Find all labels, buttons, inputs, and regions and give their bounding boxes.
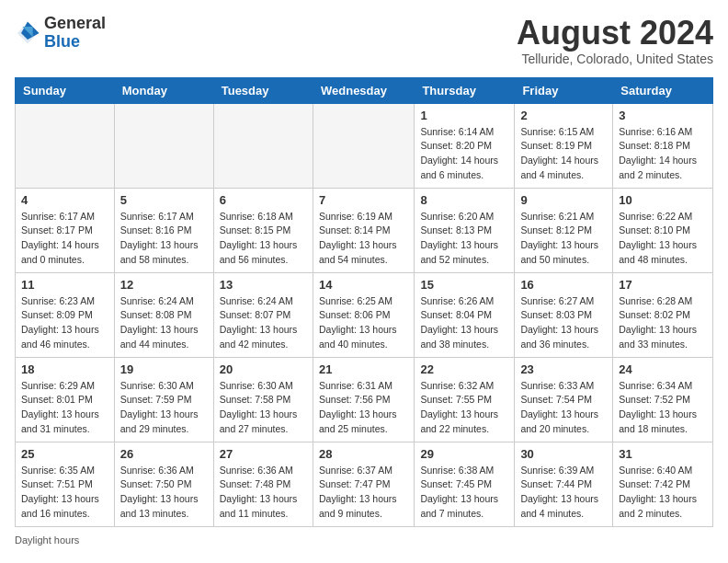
day-cell: 25Sunrise: 6:35 AMSunset: 7:51 PMDayligh…	[16, 442, 115, 526]
day-number: 1	[420, 109, 508, 122]
day-number: 5	[120, 193, 208, 207]
column-header-thursday: Thursday	[415, 77, 515, 103]
day-info: Sunrise: 6:14 AMSunset: 8:20 PMDaylight:…	[420, 125, 508, 183]
day-cell: 1Sunrise: 6:14 AMSunset: 8:20 PMDaylight…	[415, 103, 515, 188]
day-number: 7	[319, 193, 408, 207]
month-year: August 2024	[517, 15, 713, 52]
day-number: 21	[319, 362, 408, 376]
day-cell: 6Sunrise: 6:18 AMSunset: 8:15 PMDaylight…	[213, 188, 313, 272]
day-info: Sunrise: 6:17 AMSunset: 8:17 PMDaylight:…	[21, 210, 108, 268]
day-number: 31	[619, 447, 707, 461]
column-header-wednesday: Wednesday	[313, 77, 414, 103]
day-cell: 2Sunrise: 6:15 AMSunset: 8:19 PMDaylight…	[515, 103, 613, 188]
day-number: 27	[220, 447, 307, 461]
column-header-tuesday: Tuesday	[213, 77, 313, 103]
day-number: 28	[319, 447, 408, 461]
day-cell: 15Sunrise: 6:26 AMSunset: 8:04 PMDayligh…	[415, 272, 515, 357]
column-header-friday: Friday	[515, 77, 613, 103]
calendar-table: SundayMondayTuesdayWednesdayThursdayFrid…	[15, 77, 713, 527]
day-cell: 17Sunrise: 6:28 AMSunset: 8:02 PMDayligh…	[613, 272, 713, 357]
day-cell: 8Sunrise: 6:20 AMSunset: 8:13 PMDaylight…	[415, 188, 515, 272]
page-header: General Blue August 2024 Telluride, Colo…	[15, 15, 713, 66]
day-info: Sunrise: 6:28 AMSunset: 8:02 PMDaylight:…	[619, 294, 707, 352]
day-cell: 29Sunrise: 6:38 AMSunset: 7:45 PMDayligh…	[415, 442, 515, 526]
day-number: 13	[220, 278, 307, 292]
day-cell: 23Sunrise: 6:33 AMSunset: 7:54 PMDayligh…	[515, 357, 613, 442]
logo: General Blue	[15, 15, 106, 52]
day-cell: 16Sunrise: 6:27 AMSunset: 8:03 PMDayligh…	[515, 272, 613, 357]
day-info: Sunrise: 6:30 AMSunset: 7:59 PMDaylight:…	[120, 379, 208, 437]
day-info: Sunrise: 6:38 AMSunset: 7:45 PMDaylight:…	[420, 464, 508, 522]
day-info: Sunrise: 6:22 AMSunset: 8:10 PMDaylight:…	[619, 210, 707, 268]
day-number: 2	[520, 109, 607, 122]
calendar-header: SundayMondayTuesdayWednesdayThursdayFrid…	[16, 77, 713, 103]
day-info: Sunrise: 6:40 AMSunset: 7:42 PMDaylight:…	[619, 464, 707, 522]
footer-note: Daylight hours	[15, 534, 713, 546]
logo-icon	[15, 20, 40, 46]
day-cell: 24Sunrise: 6:34 AMSunset: 7:52 PMDayligh…	[613, 357, 713, 442]
day-cell: 9Sunrise: 6:21 AMSunset: 8:12 PMDaylight…	[515, 188, 613, 272]
day-cell: 21Sunrise: 6:31 AMSunset: 7:56 PMDayligh…	[313, 357, 414, 442]
calendar-body: 1Sunrise: 6:14 AMSunset: 8:20 PMDaylight…	[16, 103, 713, 526]
day-info: Sunrise: 6:35 AMSunset: 7:51 PMDaylight:…	[21, 464, 108, 522]
day-cell: 5Sunrise: 6:17 AMSunset: 8:16 PMDaylight…	[114, 188, 213, 272]
day-number: 14	[319, 278, 408, 292]
day-number: 29	[420, 447, 508, 461]
day-info: Sunrise: 6:24 AMSunset: 8:07 PMDaylight:…	[220, 294, 307, 352]
day-number: 15	[420, 278, 508, 292]
day-cell: 18Sunrise: 6:29 AMSunset: 8:01 PMDayligh…	[16, 357, 115, 442]
day-cell	[213, 103, 313, 188]
day-number: 12	[120, 278, 208, 292]
day-cell: 30Sunrise: 6:39 AMSunset: 7:44 PMDayligh…	[515, 442, 613, 526]
day-cell: 22Sunrise: 6:32 AMSunset: 7:55 PMDayligh…	[415, 357, 515, 442]
day-info: Sunrise: 6:25 AMSunset: 8:06 PMDaylight:…	[319, 294, 408, 352]
column-header-saturday: Saturday	[613, 77, 713, 103]
day-info: Sunrise: 6:23 AMSunset: 8:09 PMDaylight:…	[21, 294, 108, 352]
day-info: Sunrise: 6:33 AMSunset: 7:54 PMDaylight:…	[520, 379, 607, 437]
day-cell: 26Sunrise: 6:36 AMSunset: 7:50 PMDayligh…	[114, 442, 213, 526]
header-row: SundayMondayTuesdayWednesdayThursdayFrid…	[16, 77, 713, 103]
day-info: Sunrise: 6:18 AMSunset: 8:15 PMDaylight:…	[220, 210, 307, 268]
day-number: 22	[420, 362, 508, 376]
day-number: 23	[520, 362, 607, 376]
day-info: Sunrise: 6:16 AMSunset: 8:18 PMDaylight:…	[619, 125, 707, 183]
day-number: 8	[420, 193, 508, 207]
column-header-sunday: Sunday	[16, 77, 115, 103]
day-cell: 3Sunrise: 6:16 AMSunset: 8:18 PMDaylight…	[613, 103, 713, 188]
day-cell: 12Sunrise: 6:24 AMSunset: 8:08 PMDayligh…	[114, 272, 213, 357]
day-number: 9	[520, 193, 607, 207]
day-cell: 11Sunrise: 6:23 AMSunset: 8:09 PMDayligh…	[16, 272, 115, 357]
day-cell: 10Sunrise: 6:22 AMSunset: 8:10 PMDayligh…	[613, 188, 713, 272]
day-number: 30	[520, 447, 607, 461]
day-number: 20	[220, 362, 307, 376]
day-cell: 14Sunrise: 6:25 AMSunset: 8:06 PMDayligh…	[313, 272, 414, 357]
day-number: 11	[21, 278, 108, 292]
day-number: 4	[21, 193, 108, 207]
day-info: Sunrise: 6:32 AMSunset: 7:55 PMDaylight:…	[420, 379, 508, 437]
day-info: Sunrise: 6:34 AMSunset: 7:52 PMDaylight:…	[619, 379, 707, 437]
logo-general: General	[44, 14, 106, 32]
day-cell: 19Sunrise: 6:30 AMSunset: 7:59 PMDayligh…	[114, 357, 213, 442]
day-cell: 4Sunrise: 6:17 AMSunset: 8:17 PMDaylight…	[16, 188, 115, 272]
day-cell	[313, 103, 414, 188]
day-number: 3	[619, 109, 707, 122]
location: Telluride, Colorado, United States	[517, 52, 713, 66]
day-cell: 31Sunrise: 6:40 AMSunset: 7:42 PMDayligh…	[613, 442, 713, 526]
day-number: 24	[619, 362, 707, 376]
day-cell: 20Sunrise: 6:30 AMSunset: 7:58 PMDayligh…	[213, 357, 313, 442]
day-number: 17	[619, 278, 707, 292]
day-number: 18	[21, 362, 108, 376]
day-info: Sunrise: 6:36 AMSunset: 7:48 PMDaylight:…	[220, 464, 307, 522]
title-block: August 2024 Telluride, Colorado, United …	[517, 15, 713, 66]
week-row-2: 4Sunrise: 6:17 AMSunset: 8:17 PMDaylight…	[16, 188, 713, 272]
day-cell: 28Sunrise: 6:37 AMSunset: 7:47 PMDayligh…	[313, 442, 414, 526]
day-info: Sunrise: 6:27 AMSunset: 8:03 PMDaylight:…	[520, 294, 607, 352]
day-number: 25	[21, 447, 108, 461]
day-number: 10	[619, 193, 707, 207]
column-header-monday: Monday	[114, 77, 213, 103]
day-cell	[16, 103, 115, 188]
day-info: Sunrise: 6:21 AMSunset: 8:12 PMDaylight:…	[520, 210, 607, 268]
day-info: Sunrise: 6:31 AMSunset: 7:56 PMDaylight:…	[319, 379, 408, 437]
day-number: 26	[120, 447, 208, 461]
day-info: Sunrise: 6:36 AMSunset: 7:50 PMDaylight:…	[120, 464, 208, 522]
